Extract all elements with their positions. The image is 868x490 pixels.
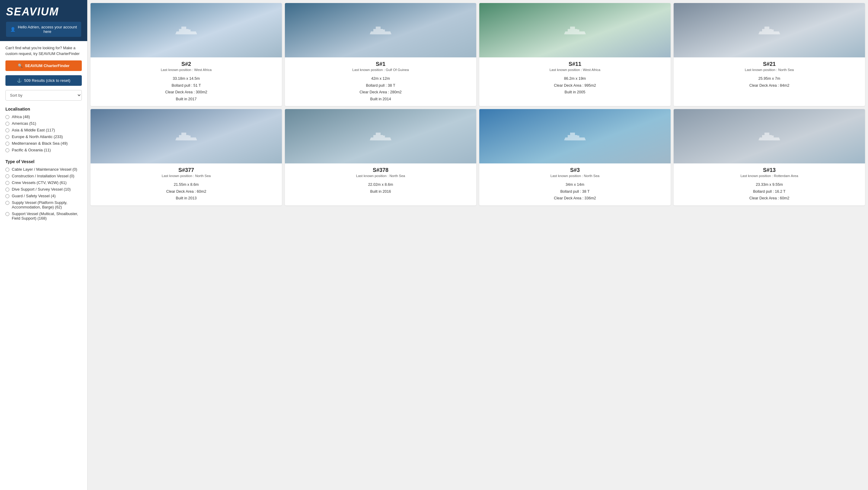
svg-rect-3 [189, 30, 190, 31]
svg-marker-19 [758, 31, 780, 34]
svg-marker-14 [564, 31, 586, 34]
vessel-specs: 34m x 14mBollard pull : 38 TClear Deck A… [484, 181, 666, 202]
vessel-card[interactable]: S#2Last known position : West Africa33.1… [91, 3, 282, 106]
svg-rect-33 [577, 136, 579, 138]
custom-request-text: Can't find what you're looking for? Make… [0, 41, 87, 59]
localisation-filter-item[interactable]: Americas (51) [5, 121, 82, 126]
vessel-type-filter-item[interactable]: Cable Layer / Maintenance Vessel (0) [5, 167, 82, 172]
vessel-type-filter-item[interactable]: Construction / Installation Vessel (0) [5, 174, 82, 178]
vessel-type-filter-item[interactable]: Crew Vessels (CTV, W2W) (61) [5, 180, 82, 185]
vessel-type-filter-item[interactable]: Dive Support / Survey Vessel (10) [5, 187, 82, 192]
vessel-info: S#377Last known position : North Sea21.5… [91, 164, 282, 205]
vessel-position: Last known position : West Africa [95, 68, 278, 71]
vessel-info: S#3Last known position : North Sea34m x … [479, 164, 671, 205]
svg-rect-18 [772, 30, 774, 31]
vessel-type-filter: Type of Vessel Cable Layer / Maintenance… [0, 159, 87, 228]
svg-marker-39 [758, 138, 780, 141]
sort-select[interactable]: Sort by Price Size Year Built [5, 90, 82, 100]
vessel-position: Last known position : North Sea [484, 174, 666, 178]
vessel-type-filter-item[interactable]: Support Vessel (Multicat, Shoalbuster, F… [5, 211, 82, 221]
vessel-id: S#1 [289, 61, 472, 67]
vessel-info: S#378Last known position : North Sea22.0… [285, 164, 476, 199]
sidebar: SEAVIUM Hello Adrien, access your accoun… [0, 0, 88, 490]
vessel-card[interactable]: S#378Last known position : North Sea22.0… [285, 109, 476, 205]
vessel-id: S#11 [484, 61, 666, 67]
vessel-card[interactable]: S#377Last known position : North Sea21.5… [91, 109, 282, 205]
svg-rect-23 [189, 136, 190, 138]
svg-marker-34 [564, 138, 586, 141]
vessel-info: S#11Last known position : West Africa86.… [479, 57, 671, 99]
localisation-filter-item[interactable]: Europe & North Atlantic (233) [5, 135, 82, 139]
svg-rect-2 [181, 27, 186, 30]
vessel-specs: 42m x 12mBollard pull : 38 TClear Deck A… [289, 75, 472, 103]
svg-marker-9 [370, 31, 392, 34]
vessel-grid: S#2Last known position : West Africa33.1… [91, 3, 865, 205]
charter-finder-button[interactable]: 🔍 SEAVIUM CharterFinder [5, 60, 82, 71]
vessel-info: S#13Last known position : Rotterdam Area… [674, 164, 865, 205]
vessel-type-filter-item[interactable]: Supply Vessel (Platform Supply, Accommod… [5, 200, 82, 209]
svg-rect-38 [772, 136, 774, 138]
vessel-info: S#1Last known position : Gulf Of Guinea4… [285, 57, 476, 106]
vessel-id: S#2 [95, 61, 278, 67]
vessel-image [91, 109, 282, 164]
localisation-filter-item[interactable]: Asia & Middle East (117) [5, 128, 82, 132]
svg-marker-4 [175, 31, 197, 34]
vessel-card[interactable]: S#21Last known position : North Sea25.95… [674, 3, 865, 106]
sidebar-header: SEAVIUM Hello Adrien, access your accoun… [0, 0, 87, 41]
search-icon: 🔍 [18, 63, 23, 68]
vessel-card[interactable]: S#3Last known position : North Sea34m x … [479, 109, 671, 205]
vessel-image [674, 3, 865, 57]
vessel-image [285, 3, 476, 57]
vessel-id: S#21 [678, 61, 861, 67]
vessel-image [285, 109, 476, 164]
svg-marker-24 [175, 138, 197, 141]
vessel-position: Last known position : West Africa [484, 68, 666, 71]
account-button[interactable]: Hello Adrien, access your account here [6, 22, 81, 37]
localisation-filter-item[interactable]: Mediterranean & Black Sea (49) [5, 141, 82, 146]
vessel-info: S#21Last known position : North Sea25.95… [674, 57, 865, 92]
results-reset-button[interactable]: ⚓ 509 Results (click to reset) [5, 75, 82, 86]
vessel-specs: 22.02m x 8.6mBuilt in 2016 [289, 181, 472, 195]
svg-rect-8 [383, 30, 385, 31]
anchor-icon: ⚓ [17, 78, 22, 83]
vessel-id: S#378 [289, 167, 472, 173]
vessel-specs: 33.18m x 14.5mBollard pull : 51 TClear D… [95, 75, 278, 103]
svg-rect-32 [570, 133, 575, 136]
svg-rect-22 [181, 133, 186, 136]
localisation-heading: Localisation [5, 107, 82, 112]
vessel-card[interactable]: S#1Last known position : Gulf Of Guinea4… [285, 3, 476, 106]
vessel-position: Last known position : North Sea [678, 68, 861, 71]
svg-rect-28 [383, 136, 385, 138]
vessel-position: Last known position : North Sea [289, 174, 472, 178]
vessel-id: S#13 [678, 167, 861, 173]
vessel-type-heading: Type of Vessel [5, 159, 82, 164]
svg-marker-29 [370, 138, 392, 141]
vessel-specs: 86.2m x 19mClear Deck Area : 995m2Built … [484, 75, 666, 96]
vessel-position: Last known position : Gulf Of Guinea [289, 68, 472, 71]
vessel-position: Last known position : North Sea [95, 174, 278, 178]
vessel-specs: 23.33m x 9.55mBollard pull : 16.2 TClear… [678, 181, 861, 202]
main-content: S#2Last known position : West Africa33.1… [88, 0, 868, 490]
vessel-image [674, 109, 865, 164]
logo: SEAVIUM [6, 5, 81, 18]
vessel-card[interactable]: S#13Last known position : Rotterdam Area… [674, 109, 865, 205]
vessel-image [479, 109, 671, 164]
user-icon [10, 27, 16, 32]
vessel-image [91, 3, 282, 57]
svg-rect-7 [376, 27, 380, 30]
vessel-id: S#3 [484, 167, 666, 173]
svg-rect-17 [765, 27, 769, 30]
vessel-id: S#377 [95, 167, 278, 173]
vessel-image [479, 3, 671, 57]
vessel-specs: 21.55m x 8.6mClear Deck Area : 60m2Built… [95, 181, 278, 202]
svg-rect-12 [570, 27, 575, 30]
vessel-type-filter-item[interactable]: Guard / Safety Vessel (4) [5, 194, 82, 198]
localisation-filter: Localisation Africa (48)Americas (51)Asi… [0, 107, 87, 159]
svg-rect-13 [577, 30, 579, 31]
vessel-position: Last known position : Rotterdam Area [678, 174, 861, 178]
svg-rect-27 [376, 133, 380, 136]
vessel-specs: 25.95m x 7mClear Deck Area : 84m2 [678, 75, 861, 89]
localisation-filter-item[interactable]: Pacific & Oceania (11) [5, 148, 82, 152]
localisation-filter-item[interactable]: Africa (48) [5, 115, 82, 119]
vessel-card[interactable]: S#11Last known position : West Africa86.… [479, 3, 671, 106]
